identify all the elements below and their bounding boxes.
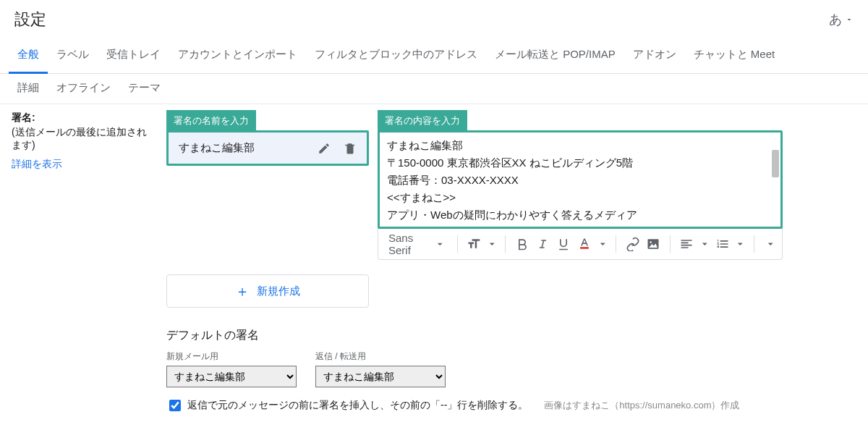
link-icon (626, 237, 640, 251)
callout-signature-name: 署名の名前を入力 (166, 110, 256, 132)
tab-general[interactable]: 全般 (9, 39, 48, 74)
text-color-icon (577, 237, 592, 251)
italic-icon (535, 237, 550, 251)
chevron-down-icon[interactable] (486, 237, 498, 251)
edit-icon[interactable] (318, 142, 331, 155)
chevron-down-icon[interactable] (765, 237, 777, 251)
chevron-down-icon (845, 15, 854, 24)
align-button[interactable] (678, 233, 696, 255)
settings-tabs: 全般 ラベル 受信トレイ アカウントとインポート フィルタとブロック中のアドレス… (0, 39, 868, 74)
font-selector[interactable]: Sans Serif (384, 232, 450, 256)
tab-labels[interactable]: ラベル (48, 39, 98, 74)
numbered-list-icon (715, 237, 730, 251)
new-signature-button[interactable]: ＋ 新規作成 (166, 274, 369, 308)
insert-before-checkbox[interactable] (169, 400, 181, 411)
bold-button[interactable] (513, 233, 531, 255)
tab-inbox[interactable]: 受信トレイ (98, 39, 169, 74)
language-selector[interactable]: あ (829, 11, 854, 28)
chevron-down-icon[interactable] (597, 237, 609, 251)
default-signature-heading: デフォルトの署名 (166, 328, 861, 343)
reply-select[interactable]: すまねこ編集部 (315, 366, 446, 387)
tab-chat[interactable]: チャットと Meet (685, 39, 784, 74)
image-button[interactable] (644, 233, 663, 255)
signature-line: <<すまねこ>> (387, 189, 773, 206)
signature-name-list: すまねこ編集部 (166, 130, 369, 166)
chevron-down-icon (434, 237, 446, 251)
signature-editor[interactable]: すまねこ編集部 〒150-0000 東京都渋谷区XX ねこビルディング5階 電話… (378, 130, 783, 229)
tab-filters[interactable]: フィルタとブロック中のアドレス (306, 39, 486, 74)
text-color-button[interactable] (576, 233, 594, 255)
editor-toolbar: Sans Serif (378, 228, 783, 260)
signature-line: 電話番号：03-XXXX-XXXX (387, 172, 773, 189)
subtab-themes[interactable]: テーマ (119, 74, 169, 102)
signature-sublabel: (送信メールの最後に追加されます) (12, 126, 155, 152)
subtab-offline[interactable]: オフライン (48, 74, 119, 102)
subtab-advanced[interactable]: 詳細 (9, 74, 48, 102)
reply-label: 返信 / 転送用 (315, 350, 446, 363)
checkbox-label: 返信で元のメッセージの前に署名を挿入し、その前の「--」行を削除する。 (187, 399, 528, 412)
scrollbar-thumb[interactable] (772, 150, 779, 177)
text-size-button[interactable] (465, 233, 483, 255)
chevron-down-icon[interactable] (699, 237, 711, 251)
text-size-icon (467, 237, 481, 251)
signature-line: 〒150-0000 東京都渋谷区XX ねこビルディング5階 (387, 154, 773, 172)
image-credit: 画像はすまねこ（https://sumaneko.com）作成 (544, 399, 739, 412)
list-button[interactable] (713, 233, 731, 255)
underline-button[interactable] (555, 233, 573, 255)
page-title: 設定 (14, 9, 46, 30)
signature-label: 署名: (12, 112, 155, 125)
tab-forwarding[interactable]: メール転送と POP/IMAP (486, 39, 624, 74)
callout-signature-body: 署名の内容を入力 (378, 110, 467, 132)
new-mail-label: 新規メール用 (166, 350, 297, 363)
delete-icon[interactable] (344, 142, 357, 155)
image-icon (646, 237, 660, 251)
signature-name-text: すまねこ編集部 (179, 141, 255, 155)
bold-icon (515, 237, 529, 251)
signature-name-item[interactable]: すまねこ編集部 (169, 133, 367, 164)
tab-accounts[interactable]: アカウントとインポート (169, 39, 306, 74)
show-more-link[interactable]: 詳細を表示 (12, 158, 62, 169)
tab-addons[interactable]: アドオン (624, 39, 685, 74)
signature-line: すまねこ編集部 (387, 137, 773, 154)
italic-button[interactable] (534, 233, 552, 255)
svg-rect-0 (580, 247, 589, 249)
signature-line: アプリ・Webの疑問にわかりやすく答えるメディア (387, 206, 773, 224)
link-button[interactable] (624, 233, 642, 255)
align-icon (679, 237, 694, 251)
underline-icon (556, 237, 571, 251)
new-mail-select[interactable]: すまねこ編集部 (166, 366, 297, 387)
svg-point-2 (650, 241, 652, 243)
chevron-down-icon[interactable] (734, 237, 746, 251)
plus-icon: ＋ (235, 282, 250, 301)
